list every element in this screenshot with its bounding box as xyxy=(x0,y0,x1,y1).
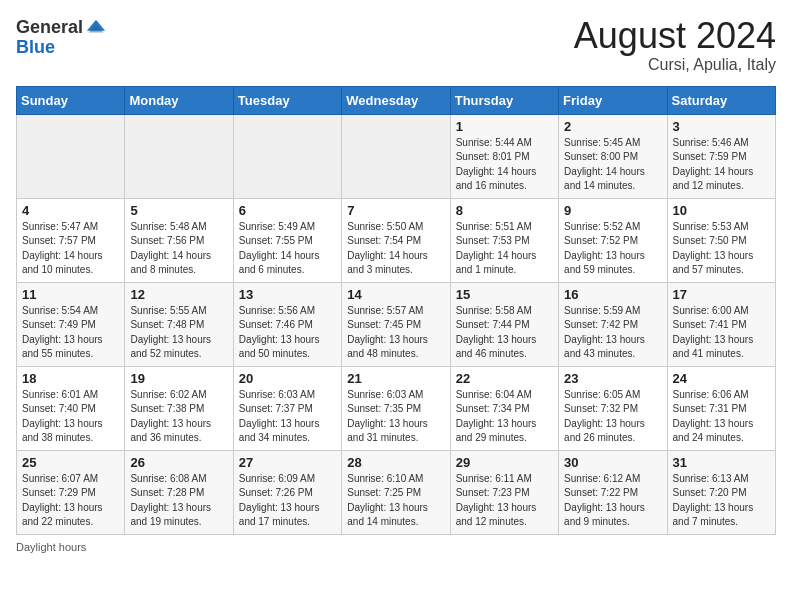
day-number: 17 xyxy=(673,287,770,302)
day-number: 2 xyxy=(564,119,661,134)
calendar-cell: 5Sunrise: 5:48 AM Sunset: 7:56 PM Daylig… xyxy=(125,198,233,282)
day-info: Sunrise: 5:52 AM Sunset: 7:52 PM Dayligh… xyxy=(564,220,661,278)
day-number: 13 xyxy=(239,287,336,302)
calendar-cell: 7Sunrise: 5:50 AM Sunset: 7:54 PM Daylig… xyxy=(342,198,450,282)
day-number: 18 xyxy=(22,371,119,386)
day-number: 28 xyxy=(347,455,444,470)
calendar-cell: 6Sunrise: 5:49 AM Sunset: 7:55 PM Daylig… xyxy=(233,198,341,282)
calendar-cell: 3Sunrise: 5:46 AM Sunset: 7:59 PM Daylig… xyxy=(667,114,775,198)
day-info: Sunrise: 6:13 AM Sunset: 7:20 PM Dayligh… xyxy=(673,472,770,530)
calendar-table: SundayMondayTuesdayWednesdayThursdayFrid… xyxy=(16,86,776,535)
day-info: Sunrise: 6:03 AM Sunset: 7:37 PM Dayligh… xyxy=(239,388,336,446)
calendar-week-row: 4Sunrise: 5:47 AM Sunset: 7:57 PM Daylig… xyxy=(17,198,776,282)
calendar-cell: 19Sunrise: 6:02 AM Sunset: 7:38 PM Dayli… xyxy=(125,366,233,450)
calendar-cell: 12Sunrise: 5:55 AM Sunset: 7:48 PM Dayli… xyxy=(125,282,233,366)
day-info: Sunrise: 6:11 AM Sunset: 7:23 PM Dayligh… xyxy=(456,472,553,530)
calendar-cell: 13Sunrise: 5:56 AM Sunset: 7:46 PM Dayli… xyxy=(233,282,341,366)
day-number: 29 xyxy=(456,455,553,470)
day-info: Sunrise: 5:45 AM Sunset: 8:00 PM Dayligh… xyxy=(564,136,661,194)
day-number: 16 xyxy=(564,287,661,302)
day-number: 6 xyxy=(239,203,336,218)
day-number: 25 xyxy=(22,455,119,470)
day-info: Sunrise: 5:54 AM Sunset: 7:49 PM Dayligh… xyxy=(22,304,119,362)
calendar-cell: 27Sunrise: 6:09 AM Sunset: 7:26 PM Dayli… xyxy=(233,450,341,534)
footer: Daylight hours xyxy=(16,541,776,553)
calendar-cell: 2Sunrise: 5:45 AM Sunset: 8:00 PM Daylig… xyxy=(559,114,667,198)
calendar-cell xyxy=(342,114,450,198)
calendar-cell: 28Sunrise: 6:10 AM Sunset: 7:25 PM Dayli… xyxy=(342,450,450,534)
calendar-week-row: 18Sunrise: 6:01 AM Sunset: 7:40 PM Dayli… xyxy=(17,366,776,450)
logo-blue: Blue xyxy=(16,38,55,56)
day-info: Sunrise: 5:47 AM Sunset: 7:57 PM Dayligh… xyxy=(22,220,119,278)
day-number: 1 xyxy=(456,119,553,134)
day-info: Sunrise: 5:50 AM Sunset: 7:54 PM Dayligh… xyxy=(347,220,444,278)
calendar-cell: 1Sunrise: 5:44 AM Sunset: 8:01 PM Daylig… xyxy=(450,114,558,198)
day-info: Sunrise: 6:12 AM Sunset: 7:22 PM Dayligh… xyxy=(564,472,661,530)
day-info: Sunrise: 6:06 AM Sunset: 7:31 PM Dayligh… xyxy=(673,388,770,446)
calendar-cell: 29Sunrise: 6:11 AM Sunset: 7:23 PM Dayli… xyxy=(450,450,558,534)
calendar-cell: 24Sunrise: 6:06 AM Sunset: 7:31 PM Dayli… xyxy=(667,366,775,450)
day-number: 10 xyxy=(673,203,770,218)
calendar-cell: 20Sunrise: 6:03 AM Sunset: 7:37 PM Dayli… xyxy=(233,366,341,450)
day-info: Sunrise: 6:10 AM Sunset: 7:25 PM Dayligh… xyxy=(347,472,444,530)
day-info: Sunrise: 6:01 AM Sunset: 7:40 PM Dayligh… xyxy=(22,388,119,446)
calendar-cell: 17Sunrise: 6:00 AM Sunset: 7:41 PM Dayli… xyxy=(667,282,775,366)
day-number: 21 xyxy=(347,371,444,386)
day-number: 11 xyxy=(22,287,119,302)
calendar-cell: 25Sunrise: 6:07 AM Sunset: 7:29 PM Dayli… xyxy=(17,450,125,534)
day-number: 31 xyxy=(673,455,770,470)
day-info: Sunrise: 5:53 AM Sunset: 7:50 PM Dayligh… xyxy=(673,220,770,278)
calendar-cell: 10Sunrise: 5:53 AM Sunset: 7:50 PM Dayli… xyxy=(667,198,775,282)
calendar-cell: 30Sunrise: 6:12 AM Sunset: 7:22 PM Dayli… xyxy=(559,450,667,534)
calendar-cell xyxy=(17,114,125,198)
calendar-week-row: 11Sunrise: 5:54 AM Sunset: 7:49 PM Dayli… xyxy=(17,282,776,366)
logo: General Blue xyxy=(16,16,107,56)
day-info: Sunrise: 6:03 AM Sunset: 7:35 PM Dayligh… xyxy=(347,388,444,446)
calendar-day-header: Monday xyxy=(125,86,233,114)
day-info: Sunrise: 5:48 AM Sunset: 7:56 PM Dayligh… xyxy=(130,220,227,278)
day-info: Sunrise: 6:04 AM Sunset: 7:34 PM Dayligh… xyxy=(456,388,553,446)
day-info: Sunrise: 5:46 AM Sunset: 7:59 PM Dayligh… xyxy=(673,136,770,194)
day-number: 3 xyxy=(673,119,770,134)
day-number: 5 xyxy=(130,203,227,218)
day-info: Sunrise: 6:09 AM Sunset: 7:26 PM Dayligh… xyxy=(239,472,336,530)
day-info: Sunrise: 6:00 AM Sunset: 7:41 PM Dayligh… xyxy=(673,304,770,362)
calendar-cell: 21Sunrise: 6:03 AM Sunset: 7:35 PM Dayli… xyxy=(342,366,450,450)
calendar-day-header: Wednesday xyxy=(342,86,450,114)
calendar-cell: 23Sunrise: 6:05 AM Sunset: 7:32 PM Dayli… xyxy=(559,366,667,450)
calendar-header-row: SundayMondayTuesdayWednesdayThursdayFrid… xyxy=(17,86,776,114)
day-info: Sunrise: 6:07 AM Sunset: 7:29 PM Dayligh… xyxy=(22,472,119,530)
day-number: 8 xyxy=(456,203,553,218)
calendar-day-header: Friday xyxy=(559,86,667,114)
calendar-cell: 26Sunrise: 6:08 AM Sunset: 7:28 PM Dayli… xyxy=(125,450,233,534)
logo-general: General xyxy=(16,18,83,36)
day-number: 4 xyxy=(22,203,119,218)
day-info: Sunrise: 6:08 AM Sunset: 7:28 PM Dayligh… xyxy=(130,472,227,530)
day-number: 14 xyxy=(347,287,444,302)
day-info: Sunrise: 6:02 AM Sunset: 7:38 PM Dayligh… xyxy=(130,388,227,446)
month-year-title: August 2024 xyxy=(574,16,776,56)
calendar-day-header: Sunday xyxy=(17,86,125,114)
day-number: 7 xyxy=(347,203,444,218)
day-info: Sunrise: 5:56 AM Sunset: 7:46 PM Dayligh… xyxy=(239,304,336,362)
day-number: 24 xyxy=(673,371,770,386)
day-info: Sunrise: 5:44 AM Sunset: 8:01 PM Dayligh… xyxy=(456,136,553,194)
day-info: Sunrise: 5:59 AM Sunset: 7:42 PM Dayligh… xyxy=(564,304,661,362)
calendar-cell: 4Sunrise: 5:47 AM Sunset: 7:57 PM Daylig… xyxy=(17,198,125,282)
calendar-cell xyxy=(125,114,233,198)
day-number: 12 xyxy=(130,287,227,302)
day-number: 23 xyxy=(564,371,661,386)
day-number: 9 xyxy=(564,203,661,218)
calendar-day-header: Saturday xyxy=(667,86,775,114)
day-info: Sunrise: 5:58 AM Sunset: 7:44 PM Dayligh… xyxy=(456,304,553,362)
calendar-cell: 22Sunrise: 6:04 AM Sunset: 7:34 PM Dayli… xyxy=(450,366,558,450)
calendar-cell: 11Sunrise: 5:54 AM Sunset: 7:49 PM Dayli… xyxy=(17,282,125,366)
calendar-week-row: 25Sunrise: 6:07 AM Sunset: 7:29 PM Dayli… xyxy=(17,450,776,534)
calendar-cell: 16Sunrise: 5:59 AM Sunset: 7:42 PM Dayli… xyxy=(559,282,667,366)
page-header: General Blue August 2024 Cursi, Apulia, … xyxy=(16,16,776,74)
daylight-hours-label: Daylight hours xyxy=(16,541,86,553)
day-number: 30 xyxy=(564,455,661,470)
calendar-cell: 18Sunrise: 6:01 AM Sunset: 7:40 PM Dayli… xyxy=(17,366,125,450)
logo-icon xyxy=(85,16,107,38)
calendar-week-row: 1Sunrise: 5:44 AM Sunset: 8:01 PM Daylig… xyxy=(17,114,776,198)
